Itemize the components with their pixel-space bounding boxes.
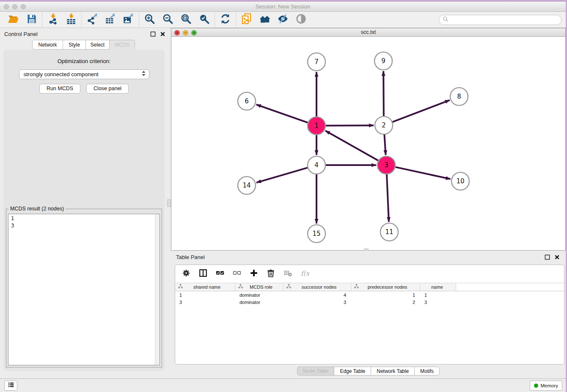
clone-network-icon	[241, 13, 252, 26]
edge-3-11[interactable]	[387, 174, 389, 222]
window-controls	[4, 4, 26, 9]
mcds-result-area[interactable]: 1 3	[8, 214, 160, 365]
function-builder-button: f(x)	[300, 269, 310, 279]
float-panel-icon[interactable]	[150, 31, 156, 39]
node-1[interactable]: 1	[308, 117, 325, 135]
node-7[interactable]: 7	[308, 53, 325, 71]
maximize-window-button[interactable]	[21, 4, 26, 9]
edge-3-10[interactable]	[395, 167, 450, 179]
table-row[interactable]: 1dominator411	[175, 291, 564, 298]
select-all-icon	[215, 268, 225, 279]
network-window-controls	[174, 30, 197, 37]
close-table-panel-icon[interactable]	[554, 254, 560, 262]
node-15[interactable]: 15	[308, 225, 325, 243]
table-panel-title: Table Panel	[176, 254, 205, 260]
import-network-button[interactable]	[44, 12, 62, 28]
edge-4-14[interactable]	[256, 168, 308, 182]
network-canvas[interactable]: 7968124314101511	[171, 37, 565, 250]
zoom-out-button[interactable]	[159, 12, 177, 28]
node-2[interactable]: 2	[375, 116, 393, 134]
tab-mcds[interactable]: MCDS	[109, 40, 135, 50]
column-header-successor-nodes[interactable]: successor nodes	[284, 283, 351, 291]
node-3[interactable]: 3	[377, 156, 395, 174]
node-10[interactable]: 10	[451, 172, 469, 190]
network-zoom-button[interactable]	[191, 30, 197, 37]
table-cell: dominator	[235, 293, 284, 298]
import-table-button[interactable]	[62, 12, 80, 28]
clone-network-button[interactable]	[237, 12, 256, 28]
save-session-icon	[26, 13, 37, 26]
toolbar-separator	[236, 13, 236, 27]
delete-row-icon	[266, 268, 275, 279]
node-4[interactable]: 4	[308, 156, 325, 174]
column-header-name[interactable]: name	[420, 283, 456, 291]
network-graph[interactable]: 7968124314101511	[171, 37, 565, 250]
add-row-button[interactable]	[249, 269, 259, 279]
close-panel-button[interactable]: Close panel	[86, 84, 129, 94]
node-8[interactable]: 8	[450, 88, 468, 105]
node-6[interactable]: 6	[238, 92, 256, 110]
vertical-splitter-handle[interactable]	[167, 199, 171, 207]
node-9[interactable]: 9	[374, 52, 392, 70]
memory-button[interactable]: Memory	[530, 381, 562, 391]
tab-network-table[interactable]: Network Table	[371, 367, 415, 375]
criterion-select[interactable]: strongly connected component	[19, 69, 149, 79]
network-minimize-button[interactable]	[183, 30, 188, 37]
hide-graphics-button[interactable]	[274, 12, 292, 28]
import-network-icon	[47, 13, 58, 26]
export-image-button[interactable]	[119, 12, 138, 28]
refresh-button[interactable]	[216, 12, 234, 28]
edge-2-3[interactable]	[384, 135, 385, 155]
svg-text:3: 3	[384, 161, 388, 169]
zoom-in-button[interactable]	[140, 12, 159, 28]
edge-2-9[interactable]	[383, 71, 384, 116]
open-session-button[interactable]	[4, 12, 22, 28]
deselect-all-button[interactable]	[232, 269, 242, 279]
edge-2-8[interactable]	[393, 100, 450, 122]
tab-node-table[interactable]: Node Table	[297, 367, 335, 375]
tab-motifs[interactable]: Motifs	[414, 367, 440, 375]
home-view-button[interactable]	[256, 12, 274, 28]
search-field[interactable]	[439, 15, 561, 25]
search-input[interactable]	[449, 16, 558, 24]
column-header-predecessor-nodes[interactable]: predecessor nodes	[351, 283, 420, 291]
main-titlebar[interactable]: Session: New Session	[0, 2, 566, 12]
node-14[interactable]: 14	[238, 177, 256, 194]
run-mcds-button[interactable]: Run MCDS	[39, 84, 80, 94]
zoom-fit-icon	[180, 13, 192, 26]
tab-network[interactable]: Network	[32, 40, 63, 50]
horizontal-splitter-handle[interactable]	[364, 248, 369, 251]
network-close-button[interactable]	[174, 30, 180, 37]
export-table-button[interactable]	[101, 12, 119, 28]
column-header-MCDS-role[interactable]: MCDS role	[235, 283, 284, 291]
tab-edge-table[interactable]: Edge Table	[334, 367, 371, 375]
save-session-button[interactable]	[22, 12, 41, 28]
column-sort-icon	[286, 283, 292, 291]
edge-1-2[interactable]	[326, 125, 374, 126]
zoom-fit-button[interactable]	[177, 12, 195, 28]
zoom-selected-button[interactable]	[195, 12, 213, 28]
tab-select[interactable]: Select	[85, 40, 110, 50]
task-history-button[interactable]	[4, 381, 17, 391]
minimize-window-button[interactable]	[12, 4, 17, 9]
edge-3-1[interactable]	[325, 131, 378, 160]
network-window-titlebar[interactable]: scc.txt	[171, 28, 565, 37]
select-chevrons-icon	[141, 70, 146, 78]
gear-button[interactable]	[181, 269, 191, 279]
show-graphics-icon	[295, 13, 307, 26]
float-table-panel-icon[interactable]	[545, 254, 550, 262]
tab-style[interactable]: Style	[63, 40, 86, 50]
show-graphics-button[interactable]	[292, 12, 310, 28]
close-window-button[interactable]	[4, 4, 9, 9]
delete-row-button[interactable]	[266, 269, 276, 279]
export-network-button[interactable]	[83, 12, 101, 28]
edge-1-6[interactable]	[256, 105, 308, 123]
table-row[interactable]: 3dominator323	[175, 298, 564, 306]
node-11[interactable]: 11	[380, 223, 398, 241]
import-table-icon	[65, 13, 77, 26]
select-all-button[interactable]	[215, 269, 225, 279]
split-columns-button[interactable]	[198, 269, 208, 279]
mcds-result-scrollbar[interactable]	[155, 214, 160, 365]
close-panel-icon[interactable]	[160, 31, 165, 39]
column-header-shared-name[interactable]: shared name	[175, 283, 235, 291]
